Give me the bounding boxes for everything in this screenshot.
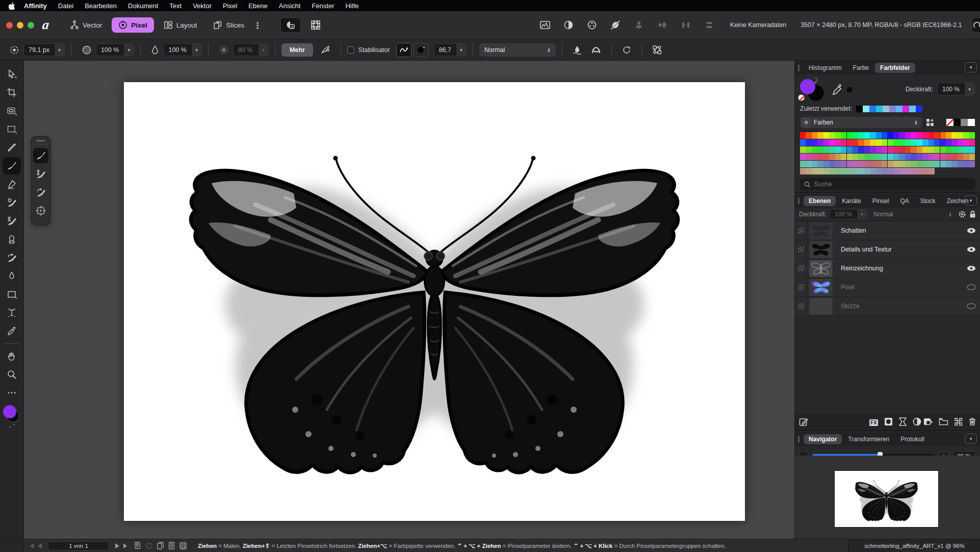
palette-color-swatch[interactable] (894, 168, 899, 174)
palette-color-swatch[interactable] (917, 168, 923, 174)
dodge-brush-tool[interactable] (3, 194, 21, 211)
palette-color-swatch[interactable] (829, 161, 835, 167)
recent-color-swatch[interactable] (889, 106, 896, 112)
new-pixel-layer-icon[interactable] (955, 418, 963, 428)
tab-transformieren[interactable]: Transformieren (843, 434, 894, 444)
palette-color-swatch[interactable] (853, 139, 858, 146)
palette-color-swatch[interactable] (835, 132, 841, 139)
palette-color-swatch[interactable] (858, 139, 864, 146)
palette-color-swatch[interactable] (893, 132, 899, 139)
palette-color-swatch[interactable] (899, 154, 905, 160)
layer-thumbnail[interactable] (809, 279, 833, 296)
palette-color-swatch[interactable] (940, 161, 946, 167)
layer-row[interactable]: Skizze (795, 297, 980, 316)
palette-color-swatch[interactable] (806, 139, 811, 146)
palette-color-swatch[interactable] (858, 146, 864, 153)
menu-text[interactable]: Text (164, 0, 187, 11)
new-group-folder-icon[interactable] (939, 418, 948, 428)
move-tool[interactable] (3, 65, 21, 83)
palette-color-swatch[interactable] (951, 161, 957, 167)
palette-color-swatch[interactable] (823, 154, 829, 160)
tab-stock[interactable]: Stock (915, 196, 941, 206)
menu-dokument[interactable]: Dokument (122, 0, 164, 11)
palette-color-swatch[interactable] (806, 161, 811, 167)
palette-color-swatch[interactable] (817, 168, 823, 174)
zoom-tool[interactable] (3, 366, 21, 383)
brush-flow-select[interactable]: 100 %▾ (163, 43, 201, 56)
document-page[interactable] (124, 82, 745, 521)
palette-color-swatch[interactable] (917, 139, 922, 146)
palette-color-swatch[interactable] (847, 139, 853, 146)
palette-color-swatch[interactable] (847, 132, 853, 139)
palette-color-swatch[interactable] (823, 168, 829, 174)
tone-curve-button[interactable] (561, 17, 576, 33)
palette-color-swatch[interactable] (934, 132, 940, 139)
recent-color-swatch[interactable] (869, 106, 876, 112)
rope-stabilizer-button[interactable] (396, 43, 411, 57)
palette-color-swatch[interactable] (917, 161, 922, 167)
snapping-magnet-button[interactable] (972, 17, 980, 33)
palette-color-swatch[interactable] (864, 146, 870, 153)
layer-thumbnail[interactable] (809, 222, 833, 239)
layer-visible-eye-icon[interactable] (967, 265, 976, 271)
layer-fx-icon[interactable]: FX (869, 419, 878, 426)
palette-color-swatch[interactable] (817, 161, 823, 167)
swatch-search[interactable] (800, 178, 975, 190)
no-color-chip[interactable] (798, 94, 805, 101)
zoom-window-button[interactable] (28, 22, 34, 29)
panel-collapse-icon[interactable]: ▾ (965, 62, 977, 72)
layer-thumbnail[interactable] (809, 298, 833, 315)
palette-color-swatch[interactable] (905, 139, 911, 146)
tab-farbfelder[interactable]: Farbfelder (875, 63, 915, 73)
recent-color-swatch[interactable] (863, 106, 869, 112)
palette-color-swatch[interactable] (929, 139, 934, 146)
palette-color-swatch[interactable] (882, 146, 887, 153)
palette-color-swatch[interactable] (958, 154, 963, 160)
recent-color-swatch[interactable] (916, 106, 922, 112)
palette-color-swatch[interactable] (823, 139, 829, 146)
palette-gear-icon[interactable] (802, 118, 810, 127)
palette-color-swatch[interactable] (823, 146, 829, 153)
palette-color-swatch[interactable] (929, 168, 935, 174)
palette-color-swatch[interactable] (870, 168, 876, 174)
palette-color-swatch[interactable] (841, 139, 846, 146)
palette-color-swatch[interactable] (835, 139, 841, 146)
palette-color-swatch[interactable] (835, 161, 841, 167)
palette-color-swatch[interactable] (922, 139, 928, 146)
chip-none[interactable] (946, 119, 953, 126)
palette-color-swatch[interactable] (899, 139, 905, 146)
palette-color-swatch[interactable] (841, 132, 846, 139)
palette-color-swatch[interactable] (940, 154, 946, 160)
palette-color-swatch[interactable] (969, 154, 975, 160)
foreground-color-well[interactable] (3, 405, 16, 418)
panel-drag-grip[interactable] (798, 64, 800, 71)
delete-layer-trash-icon[interactable] (969, 417, 976, 428)
palette-color-swatch[interactable] (835, 146, 841, 153)
layer-drag-handle[interactable] (795, 240, 807, 259)
palette-color-swatch[interactable] (969, 161, 975, 167)
palette-color-swatch[interactable] (888, 132, 893, 139)
palette-color-swatch[interactable] (946, 161, 951, 167)
palette-color-swatch[interactable] (817, 154, 823, 160)
chip-white[interactable] (968, 119, 975, 126)
menu-datei[interactable]: Datei (53, 0, 79, 11)
palette-color-swatch[interactable] (823, 132, 829, 139)
palette-color-swatch[interactable] (829, 146, 835, 153)
apple-menu-icon[interactable] (5, 2, 18, 10)
palette-color-swatch[interactable] (963, 139, 969, 146)
layer-name[interactable]: Schatten (841, 227, 963, 234)
palette-color-swatch[interactable] (940, 139, 946, 146)
assistant-button[interactable]: A (280, 17, 301, 33)
document-tab[interactable]: schmetterling_affinity_ART_v1 @ 96% (848, 539, 980, 552)
palette-color-swatch[interactable] (969, 146, 975, 153)
palette-color-swatch[interactable] (963, 154, 969, 160)
layer-visible-eye-icon[interactable] (967, 246, 976, 253)
layer-drag-handle[interactable] (795, 278, 807, 296)
flyout-drag-handle[interactable] (36, 140, 45, 142)
palette-color-swatch[interactable] (806, 154, 811, 160)
erase-brush-tool[interactable] (3, 175, 21, 193)
palette-color-swatch[interactable] (876, 154, 882, 160)
tab-protokoll[interactable]: Protokoll (895, 434, 930, 444)
layer-lock-icon[interactable] (969, 210, 976, 218)
palette-color-swatch[interactable] (864, 139, 870, 146)
